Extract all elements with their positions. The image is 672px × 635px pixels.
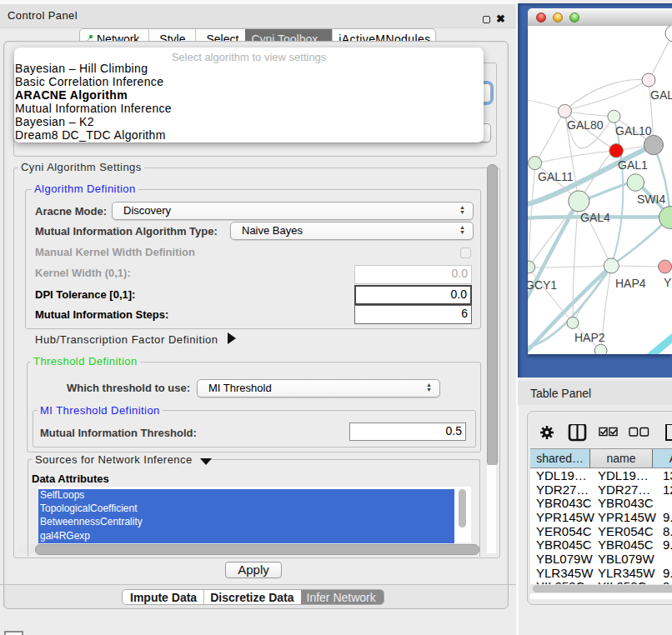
svg-text:SWI4: SWI4 [637,192,665,206]
svg-text:GAL10: GAL10 [615,124,652,138]
svg-text:HAP2: HAP2 [574,331,605,344]
svg-text:GAL80: GAL80 [567,118,604,132]
svg-text:GAL2: GAL2 [650,88,672,102]
svg-text:GCY1: GCY1 [528,278,557,292]
svg-text:GAL1: GAL1 [618,158,648,172]
svg-text:HAP4: HAP4 [615,277,646,290]
svg-text:Y: Y [664,276,672,289]
svg-text:GAL4: GAL4 [580,211,610,224]
svg-text:GAL11: GAL11 [538,170,574,183]
